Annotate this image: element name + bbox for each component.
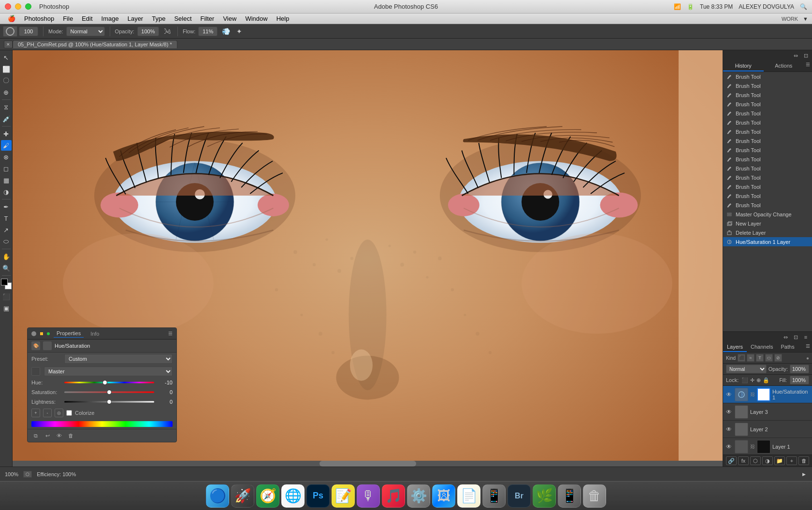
dock-podcast[interactable]: 🎙 bbox=[357, 484, 380, 508]
dock-photoshop[interactable]: Ps bbox=[306, 484, 330, 508]
clone-stamp-tool[interactable]: ⊗ bbox=[1, 152, 12, 162]
shape-tool[interactable]: ⬭ bbox=[1, 236, 12, 247]
blending-mode-select[interactable]: Normal Multiply Screen bbox=[726, 365, 767, 373]
tab-actions[interactable]: Actions bbox=[764, 61, 804, 71]
layer-eye-1[interactable]: 👁 bbox=[725, 409, 733, 415]
history-item-14[interactable]: Brush Tool bbox=[723, 200, 812, 210]
layer-fx-btn[interactable]: fx bbox=[738, 456, 749, 465]
channel-select[interactable]: Master Reds Yellows Greens bbox=[44, 367, 173, 376]
filter-type-btn[interactable]: T bbox=[756, 354, 764, 362]
panel-clip-btn[interactable]: ⧉ bbox=[31, 431, 40, 440]
quick-select-tool[interactable]: ⊕ bbox=[1, 87, 12, 98]
dock-photos[interactable]: 🖼 bbox=[432, 484, 455, 508]
hue-thumb[interactable] bbox=[102, 380, 107, 385]
brush-preview[interactable] bbox=[3, 26, 17, 37]
history-item-3[interactable]: Brush Tool bbox=[723, 99, 812, 109]
history-item-16[interactable]: New Layer bbox=[723, 219, 812, 228]
tab-history[interactable]: History bbox=[723, 61, 764, 71]
history-menu-btn[interactable]: ☰ bbox=[804, 61, 812, 71]
panel-icon-1[interactable]: ⇔ bbox=[791, 51, 800, 60]
tab-paths[interactable]: Paths bbox=[777, 342, 798, 352]
layer-mask-btn[interactable]: ⬡ bbox=[750, 456, 761, 465]
colorize-checkbox[interactable] bbox=[66, 410, 72, 416]
panel-delete-btn[interactable]: 🗑 bbox=[66, 431, 75, 440]
saturation-thumb[interactable] bbox=[107, 390, 112, 395]
path-select-tool[interactable]: ↗ bbox=[1, 225, 12, 235]
dock-trash[interactable]: 🗑 bbox=[583, 484, 606, 508]
history-item-7[interactable]: Brush Tool bbox=[723, 136, 812, 145]
properties-maximize-btn[interactable] bbox=[47, 332, 50, 335]
zoom-preview-btn[interactable]: ⬡ bbox=[23, 471, 32, 478]
airbrush-btn[interactable]: ✦ bbox=[234, 26, 245, 37]
gradient-tool[interactable]: ▦ bbox=[1, 175, 12, 185]
layer-new-btn[interactable]: + bbox=[786, 456, 797, 465]
dock-app1[interactable]: 🌿 bbox=[533, 484, 556, 508]
properties-minimize-btn[interactable] bbox=[40, 332, 43, 335]
tab-info[interactable]: Info bbox=[87, 330, 102, 338]
saturation-slider[interactable] bbox=[64, 389, 154, 396]
menu-image[interactable]: Image bbox=[98, 14, 123, 23]
history-item-0[interactable]: Brush Tool bbox=[723, 72, 812, 81]
opacity-input[interactable] bbox=[137, 27, 159, 36]
lightness-thumb[interactable] bbox=[107, 399, 112, 404]
layers-icon-1[interactable]: ⇔ bbox=[781, 333, 790, 341]
history-item-13[interactable]: Brush Tool bbox=[723, 191, 812, 200]
screen-mode[interactable]: ▣ bbox=[1, 303, 12, 313]
type-tool[interactable]: T bbox=[1, 213, 12, 224]
brush-size-input[interactable] bbox=[19, 27, 38, 36]
layer-item-2[interactable]: 👁Layer 2 bbox=[723, 421, 812, 438]
layer-opacity-input[interactable] bbox=[790, 365, 809, 373]
horizontal-scrollbar[interactable] bbox=[13, 461, 723, 467]
properties-close-btn[interactable] bbox=[31, 331, 36, 336]
eyedropper-tool[interactable]: 💉 bbox=[1, 113, 12, 124]
dock-app2[interactable]: 📱 bbox=[558, 484, 581, 508]
history-item-9[interactable]: Brush Tool bbox=[723, 155, 812, 164]
dock-launchpad[interactable]: 🚀 bbox=[231, 484, 254, 508]
zoom-tool[interactable]: 🔍 bbox=[1, 263, 12, 273]
menu-photoshop[interactable]: Photoshop bbox=[20, 14, 58, 23]
sample-in-image-btn[interactable]: ◎ bbox=[55, 409, 63, 417]
layer-link-btn[interactable]: 🔗 bbox=[726, 456, 737, 465]
canvas-image[interactable]: Properties Info ☰ 🎨 Hue/Saturation Prese… bbox=[13, 50, 723, 467]
marquee-tool[interactable]: ⬜ bbox=[1, 64, 12, 74]
history-item-5[interactable]: Brush Tool bbox=[723, 118, 812, 127]
opacity-airbrush-toggle[interactable]: 🌬 bbox=[162, 26, 173, 37]
layer-item-3[interactable]: 👁⛓Layer 1 bbox=[723, 438, 812, 454]
hue-slider[interactable] bbox=[64, 379, 154, 386]
brush-tool[interactable]: 🖌 bbox=[1, 140, 12, 151]
history-item-4[interactable]: Brush Tool bbox=[723, 109, 812, 118]
history-item-12[interactable]: Brush Tool bbox=[723, 182, 812, 191]
panel-icon-2[interactable]: ⊡ bbox=[801, 51, 810, 60]
dock-itunes[interactable]: 🎵 bbox=[382, 484, 405, 508]
tab-channels[interactable]: Channels bbox=[747, 342, 777, 352]
fill-input[interactable] bbox=[790, 376, 809, 384]
dock-bridge[interactable]: Br bbox=[508, 484, 531, 508]
layer-delete-btn[interactable]: 🗑 bbox=[798, 456, 809, 465]
mode-select[interactable]: Normal Multiply Screen bbox=[66, 27, 105, 36]
flow-input[interactable] bbox=[198, 27, 218, 36]
dodge-tool[interactable]: ◑ bbox=[1, 186, 12, 197]
filter-adj-btn[interactable]: ≈ bbox=[747, 354, 754, 362]
lock-position-icon[interactable]: ✛ bbox=[750, 377, 754, 383]
document-tab[interactable]: 05_PH_ComRet.psd @ 100% (Hue/Saturation … bbox=[13, 40, 177, 48]
menu-window[interactable]: Window bbox=[241, 14, 271, 23]
layers-menu-btn[interactable]: ☰ bbox=[804, 342, 812, 352]
color-swatches[interactable] bbox=[1, 279, 12, 289]
quick-mask-mode[interactable]: ⬛ bbox=[1, 291, 12, 302]
scrollbar-thumb[interactable] bbox=[319, 461, 416, 467]
eyedropper-on[interactable] bbox=[31, 367, 40, 376]
history-item-18[interactable]: Hue/Saturation 1 Layer bbox=[723, 237, 812, 246]
minimize-button[interactable] bbox=[15, 3, 21, 10]
history-item-6[interactable]: Brush Tool bbox=[723, 127, 812, 136]
menu-layer[interactable]: Layer bbox=[124, 14, 147, 23]
eraser-tool[interactable]: ◻ bbox=[1, 163, 12, 174]
layer-eye-2[interactable]: 👁 bbox=[725, 426, 733, 433]
menu-select[interactable]: Select bbox=[170, 14, 195, 23]
layer-group-btn[interactable]: 📁 bbox=[774, 456, 785, 465]
status-arrow-btn[interactable]: ▶ bbox=[800, 471, 807, 478]
hand-tool[interactable]: ✋ bbox=[1, 251, 12, 262]
flow-airbrush[interactable]: 💨 bbox=[220, 26, 231, 37]
workspace-menu-icon[interactable]: ▼ bbox=[803, 16, 808, 22]
menu-view[interactable]: View bbox=[219, 14, 240, 23]
subtract-sample-btn[interactable]: - bbox=[43, 409, 52, 417]
